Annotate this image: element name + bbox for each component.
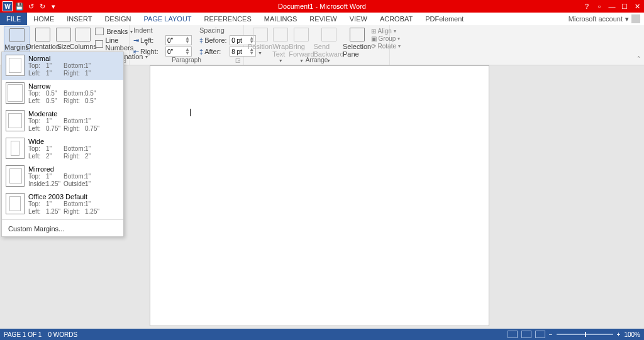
selection-pane-icon — [350, 28, 365, 41]
text-cursor — [190, 109, 191, 116]
document-page[interactable] — [150, 65, 489, 326]
group-paragraph: Indent ⇥Left:0"▲▼ ⇤Right:0"▲▼ Spacing ‡B… — [130, 25, 244, 65]
zoom-slider[interactable] — [557, 334, 613, 335]
tab-insert[interactable]: INSERT — [60, 13, 98, 25]
quick-access-toolbar: W 💾 ↺ ↻ ▾ — [0, 1, 58, 11]
breaks-icon — [95, 28, 104, 35]
margin-preset-icon — [6, 193, 25, 214]
tab-review[interactable]: REVIEW — [303, 13, 343, 25]
tab-file[interactable]: FILE — [0, 13, 27, 25]
account-menu[interactable]: Microsoft account ▾ — [569, 14, 640, 23]
group-arrange: Position▼ Wrap Text▼ Bring Forward▼ Send… — [244, 25, 390, 65]
rotate-button: ⟳Rotate▾ — [371, 43, 401, 50]
margins-option-mirrored[interactable]: MirroredTop:1"Bottom:1"Inside:1.25"Outsi… — [2, 163, 123, 190]
collapse-ribbon-icon[interactable]: ˄ — [637, 55, 640, 62]
margins-option-moderate[interactable]: ModerateTop:1"Bottom:1"Left:0.75"Right:0… — [2, 107, 123, 135]
margins-icon — [9, 28, 25, 42]
tab-home[interactable]: HOME — [27, 13, 60, 25]
columns-icon — [75, 28, 91, 41]
chevron-down-icon: ▾ — [625, 15, 629, 23]
margins-option-normal[interactable]: NormalTop:1"Bottom:1"Left:1"Right:1" — [2, 52, 123, 80]
wrap-text-icon — [273, 28, 288, 41]
paragraph-dialog-launcher[interactable]: ◲ — [235, 57, 241, 63]
margin-preset-icon — [6, 165, 25, 187]
window-title: Document1 - Microsoft Word — [278, 3, 366, 10]
zoom-level[interactable]: 100% — [624, 331, 640, 338]
help-icon[interactable]: ? — [582, 3, 591, 11]
indent-left-control[interactable]: ⇥Left:0"▲▼ — [133, 35, 192, 45]
page-indicator[interactable]: PAGE 1 OF 1 — [4, 331, 42, 338]
read-mode-icon[interactable] — [508, 331, 518, 338]
send-backward-icon — [321, 28, 336, 41]
indent-right-control[interactable]: ⇤Right:0"▲▼ — [133, 47, 192, 57]
tab-design[interactable]: DESIGN — [98, 13, 137, 25]
size-icon — [56, 28, 71, 41]
custom-margins-button[interactable]: Custom Margins... — [2, 221, 123, 236]
tab-acrobat[interactable]: ACROBAT — [374, 13, 419, 25]
redo-icon[interactable]: ↻ — [38, 2, 47, 11]
margins-option-wide[interactable]: WideTop:1"Bottom:1"Left:2"Right:2" — [2, 135, 123, 163]
print-layout-icon[interactable] — [521, 331, 531, 338]
close-icon[interactable]: ✕ — [633, 3, 641, 11]
orientation-icon — [35, 28, 50, 41]
tab-pdfelement[interactable]: PDFelement — [419, 13, 470, 25]
tab-view[interactable]: VIEW — [343, 13, 374, 25]
word-icon: W — [3, 1, 13, 11]
zoom-in-icon[interactable]: + — [617, 331, 621, 338]
word-count[interactable]: 0 WORDS — [48, 331, 77, 338]
margin-preset-icon — [6, 138, 25, 159]
align-icon: ⊞ — [371, 28, 376, 35]
maximize-icon[interactable]: ☐ — [620, 3, 629, 11]
line-numbers-icon — [95, 40, 103, 48]
undo-icon[interactable]: ↺ — [26, 2, 35, 11]
margins-option-narrow[interactable]: NarrowTop:0.5"Bottom:0.5"Left:0.5"Right:… — [2, 80, 123, 107]
qat-customize-icon[interactable]: ▾ — [49, 2, 58, 11]
position-icon — [253, 28, 268, 41]
margin-preset-icon — [6, 55, 25, 76]
align-button: ⊞Align▾ — [371, 28, 401, 35]
group-button: ▣Group▾ — [371, 35, 401, 42]
status-bar: PAGE 1 OF 1 0 WORDS − + 100% — [0, 329, 644, 340]
account-label: Microsoft account — [569, 15, 623, 23]
bring-forward-icon — [294, 28, 309, 41]
margins-option-office[interactable]: Office 2003 DefaultTop:1"Bottom:1"Left:1… — [2, 190, 123, 218]
web-layout-icon[interactable] — [535, 331, 545, 338]
margins-dropdown: NormalTop:1"Bottom:1"Left:1"Right:1"Narr… — [1, 52, 124, 237]
rotate-icon: ⟳ — [371, 43, 376, 50]
group-icon: ▣ — [371, 35, 377, 42]
ribbon-tabs: FILE HOME INSERT DESIGN PAGE LAYOUT REFE… — [0, 13, 644, 25]
save-icon[interactable]: 💾 — [15, 2, 24, 11]
minimize-icon[interactable]: — — [608, 3, 616, 11]
tab-mailings[interactable]: MAILINGS — [258, 13, 304, 25]
margin-preset-icon — [6, 110, 25, 131]
avatar — [631, 14, 640, 23]
window-controls: ? ▫ — ☐ ✕ — [582, 3, 641, 11]
tab-page-layout[interactable]: PAGE LAYOUT — [138, 13, 198, 25]
ribbon-display-icon[interactable]: ▫ — [595, 3, 604, 11]
title-bar: W 💾 ↺ ↻ ▾ Document1 - Microsoft Word ? ▫… — [0, 0, 644, 13]
tab-references[interactable]: REFERENCES — [198, 13, 258, 25]
zoom-out-icon[interactable]: − — [549, 331, 553, 338]
margin-preset-icon — [6, 82, 25, 104]
